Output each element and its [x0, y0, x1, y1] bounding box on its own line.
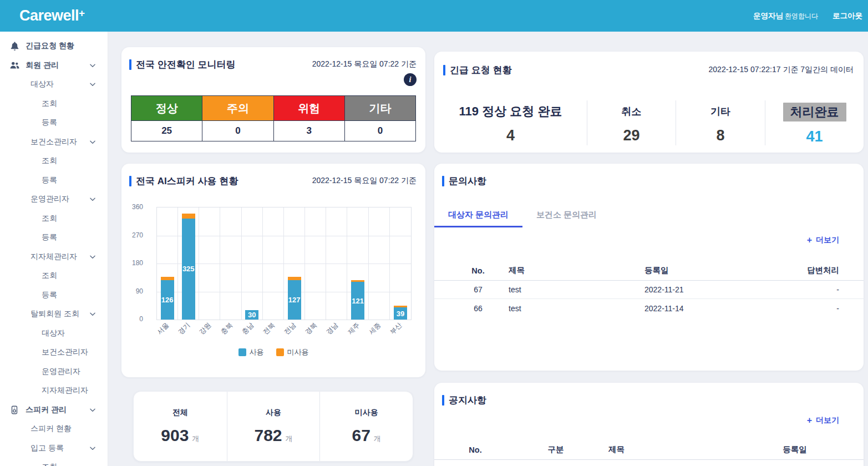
table-cell-no: 67 — [448, 285, 509, 294]
sidebar-item-local-gov-register[interactable]: 등록 — [0, 286, 108, 305]
sidebar-item-operation-register[interactable]: 등록 — [0, 228, 108, 247]
sidebar-item-subjects[interactable]: 대상자 — [0, 75, 108, 94]
summary-label: 미사용 — [355, 408, 378, 418]
logo-plus: + — [79, 7, 85, 19]
tab-subject-inquiries[interactable]: 대상자 문의관리 — [434, 204, 522, 227]
sidebar-item-label: 긴급요청 현황 — [26, 41, 74, 51]
info-icon[interactable]: i — [404, 73, 417, 86]
sidebar-item-health-center-admin[interactable]: 보건소관리자 — [0, 133, 108, 152]
sidebar-item-label: 조회 — [42, 271, 57, 281]
tab-health-center-inquiries[interactable]: 보건소 문의관리 — [522, 204, 611, 227]
bar-unused — [351, 280, 364, 282]
sidebar-item-withdrawn-subjects[interactable]: 대상자 — [0, 324, 108, 343]
sidebar-item-label: 지자체관리자 — [42, 386, 88, 396]
sidebar-item-speaker-management[interactable]: 스피커 관리 — [0, 401, 108, 420]
status-header-etc: 기타 — [345, 96, 415, 120]
summary-label: 전체 — [172, 408, 188, 418]
notices-panel-title: 공지사항 — [442, 394, 486, 407]
sidebar-item-stock-search[interactable]: 조회 — [0, 458, 108, 466]
sidebar-item-withdrawn-local-gov[interactable]: 지자체관리자 — [0, 381, 108, 401]
sidebar-item-emergency-status[interactable]: 긴급요청 현황 — [0, 37, 108, 56]
table-row[interactable]: 66test2022-11-14- — [434, 299, 864, 317]
y-tick-label: 90 — [136, 287, 143, 295]
title-accent-bar — [129, 176, 131, 186]
inquiries-more-button[interactable]: +더보기 — [807, 235, 839, 245]
sidebar-item-withdrawn-members[interactable]: 탈퇴회원 조회 — [0, 305, 108, 324]
plus-icon: + — [807, 236, 812, 245]
emergency-stat-value: 4 — [506, 127, 515, 144]
emergency-panel: 긴급 요청 현황 2022-12-15 07:22:17 기준 7일간의 데이터… — [434, 52, 864, 153]
sidebar-item-operation-search[interactable]: 조회 — [0, 209, 108, 229]
legend-swatch — [276, 348, 284, 356]
chevron-down-icon — [89, 253, 97, 261]
title-accent-bar — [443, 65, 445, 75]
summary-unit: 개 — [374, 434, 381, 444]
emergency-stat-value: 8 — [716, 127, 724, 144]
sidebar-item-label: 회원 관리 — [26, 60, 59, 70]
chevron-down-icon — [89, 62, 97, 69]
sidebar-item-local-gov-admin[interactable]: 지자체관리자 — [0, 247, 108, 267]
sidebar-item-local-gov-search[interactable]: 조회 — [0, 266, 108, 286]
emergency-stat-label: 취소 — [622, 103, 642, 120]
chart-legend: 사용미사용 — [121, 347, 425, 357]
sidebar-item-label: 대상자 — [42, 328, 65, 338]
sidebar-item-label: 보건소관리자 — [42, 347, 88, 357]
sidebar-item-label: 스피커 관리 — [26, 405, 67, 415]
summary-unit: 개 — [192, 434, 199, 444]
table-row[interactable]: 67test2022-11-21- — [434, 281, 864, 299]
y-tick-label: 180 — [132, 259, 143, 267]
sidebar-item-stock-register[interactable]: 입고 등록 — [0, 439, 108, 458]
chart-y-axis: 090180270360 — [126, 203, 143, 316]
emergency-stat-label: 기타 — [710, 103, 730, 120]
sidebar-menu: 긴급요청 현황회원 관리대상자조회등록보건소관리자조회등록운영관리자조회등록지자… — [0, 32, 108, 466]
notices-table: No.구분제목등록일 — [434, 440, 864, 460]
sidebar-item-label: 입고 등록 — [31, 443, 64, 453]
chevron-down-icon — [89, 195, 97, 203]
sidebar-item-label: 대상자 — [31, 79, 54, 89]
chevron-down-icon — [89, 406, 97, 414]
y-tick-label: 0 — [139, 315, 143, 323]
emergency-stat-request-119-done: 119 정상 요청 완료4 — [434, 100, 587, 145]
sidebar-item-speaker-status[interactable]: 스피커 현황 — [0, 419, 108, 439]
emergency-stat-label: 처리완료 — [783, 103, 846, 121]
table-header-row: No.제목등록일답변처리 — [434, 261, 864, 281]
logout-button[interactable]: 로그아웃 — [833, 11, 862, 21]
chevron-down-icon — [89, 444, 97, 452]
app-logo[interactable]: Carewell+ — [19, 7, 85, 24]
sidebar-item-health-center-register[interactable]: 등록 — [0, 171, 108, 190]
chart-column-11 — [369, 207, 390, 320]
chart-column-3 — [199, 207, 220, 320]
legend-label: 사용 — [250, 347, 264, 357]
y-tick-label: 270 — [132, 231, 143, 239]
sidebar-item-withdrawn-health-center[interactable]: 보건소관리자 — [0, 343, 108, 362]
bar-unused — [182, 214, 195, 219]
notices-more-button[interactable]: +더보기 — [807, 416, 839, 426]
column-header: No. — [448, 445, 503, 454]
plus-icon: + — [807, 416, 812, 425]
chart-column-4 — [221, 207, 242, 320]
chart-column-12: 39 — [390, 207, 411, 320]
sidebar-item-label: 보건소관리자 — [31, 137, 77, 147]
table-cell-answered: - — [773, 285, 839, 294]
bell-icon — [9, 40, 20, 52]
table-cell-title: test — [509, 285, 644, 294]
sidebar-item-label: 운영관리자 — [42, 367, 80, 377]
chart-column-5: 30 — [242, 207, 263, 320]
legend-item-사용[interactable]: 사용 — [238, 347, 264, 357]
sidebar-item-subjects-search[interactable]: 조회 — [0, 94, 108, 114]
title-accent-bar — [442, 395, 444, 406]
sidebar-item-label: 운영관리자 — [31, 194, 69, 204]
title-accent-bar — [442, 176, 444, 186]
sidebar: 긴급요청 현황회원 관리대상자조회등록보건소관리자조회등록운영관리자조회등록지자… — [0, 32, 108, 466]
emergency-stat-label: 119 정상 요청 완료 — [459, 103, 562, 120]
app-header: Carewell+ 운영자님환영합니다 로그아웃 — [0, 0, 868, 32]
table-cell-date: 2022-11-21 — [644, 285, 773, 294]
sidebar-item-member-management[interactable]: 회원 관리 — [0, 56, 108, 75]
legend-item-미사용[interactable]: 미사용 — [276, 347, 309, 357]
chart-column-8 — [305, 207, 326, 320]
sidebar-item-withdrawn-operation[interactable]: 운영관리자 — [0, 362, 108, 382]
sidebar-item-health-center-search[interactable]: 조회 — [0, 151, 108, 171]
monitoring-panel-title: 전국 안전확인 모니터링 — [129, 58, 235, 71]
sidebar-item-operation-admin[interactable]: 운영관리자 — [0, 190, 108, 209]
sidebar-item-subjects-register[interactable]: 등록 — [0, 113, 108, 133]
